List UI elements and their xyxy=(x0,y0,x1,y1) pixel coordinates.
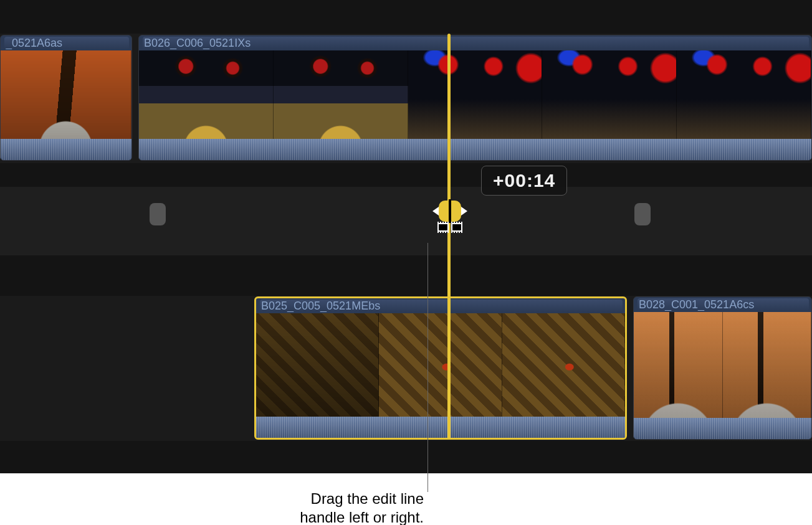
roll-film-icon xyxy=(436,223,464,233)
thumbnail xyxy=(408,50,543,139)
audio-waveform xyxy=(139,139,811,160)
audio-waveform xyxy=(256,417,625,438)
caption-line-1: Drag the edit line xyxy=(311,490,424,507)
clip-label: B026_C006_0521IXs xyxy=(143,37,809,49)
roll-edit-handle[interactable] xyxy=(432,198,467,235)
audio-waveform xyxy=(634,418,811,439)
thumbnail-row xyxy=(139,50,811,139)
thumbnail xyxy=(256,313,379,417)
clip-top-2[interactable]: B026_C006_0521IXs xyxy=(138,35,812,161)
caption-leader-line xyxy=(427,243,428,492)
clip-label: _0521A6as xyxy=(4,37,129,49)
thumbnail-row xyxy=(256,313,625,417)
caption-line-2: handle left or right. xyxy=(300,509,424,525)
roll-offset-tooltip: +00:14 xyxy=(481,166,567,196)
ruler-strip xyxy=(0,0,812,34)
clip-top-1[interactable]: _0521A6as xyxy=(0,35,132,161)
thumbnail xyxy=(542,50,677,139)
arrow-left-icon xyxy=(432,207,439,215)
lane-spacer xyxy=(0,274,812,296)
clip-bottom-1-selected[interactable]: B025_C005_0521MEbs xyxy=(254,296,627,440)
clip-bottom-2[interactable]: B028_C001_0521A6cs xyxy=(633,296,812,440)
thumbnail xyxy=(274,50,408,139)
thumbnail xyxy=(139,50,274,139)
thumbnail-row xyxy=(634,312,811,418)
thumbnail-row xyxy=(1,50,131,139)
thumbnail xyxy=(677,50,811,139)
audio-waveform xyxy=(1,139,131,160)
clip-label: B025_C005_0521MEbs xyxy=(260,300,623,312)
gap-strip xyxy=(0,163,812,187)
playhead-line[interactable] xyxy=(447,34,451,440)
arrow-right-icon xyxy=(461,207,467,215)
connection-marker[interactable] xyxy=(150,203,166,225)
connection-marker[interactable] xyxy=(634,203,651,225)
roll-split xyxy=(449,199,451,223)
thumbnail xyxy=(723,312,812,418)
bottom-strip xyxy=(0,441,812,473)
thumbnail xyxy=(379,313,502,417)
thumbnail xyxy=(502,313,625,417)
caption-text: Drag the edit line handle left or right. xyxy=(224,490,424,525)
thumbnail xyxy=(634,312,723,418)
clip-label: B028_C001_0521A6cs xyxy=(638,298,809,311)
timeline-area: _0521A6as B026_C006_0521IXs B025_C005_05… xyxy=(0,0,812,473)
thumbnail xyxy=(1,50,131,139)
gap-strip-2 xyxy=(0,255,812,274)
connected-lane xyxy=(0,187,812,255)
